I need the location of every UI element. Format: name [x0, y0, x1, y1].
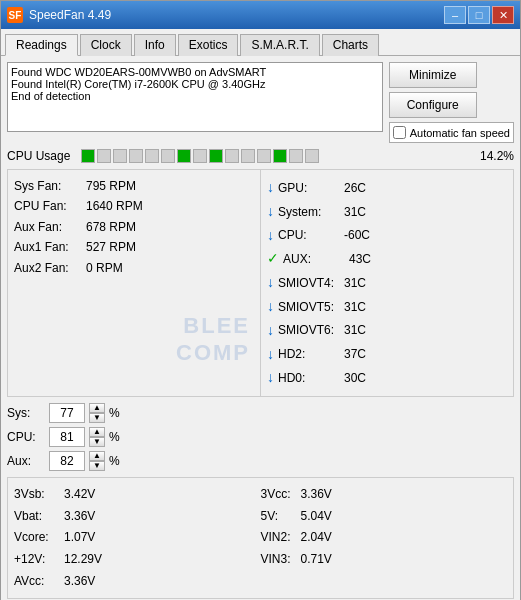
arrow-down-icon: ↓ — [267, 366, 274, 390]
spinner-buttons-1: ▲ ▼ — [89, 427, 105, 447]
cpu-bar-11 — [257, 149, 271, 163]
close-window-button[interactable]: ✕ — [492, 6, 514, 24]
temp-value-7: 37C — [344, 344, 366, 364]
volt-left-value-3: 12.29V — [64, 552, 102, 566]
volt-left-value-0: 3.42V — [64, 487, 95, 501]
side-controls: Minimize Configure Automatic fan speed — [389, 62, 514, 143]
arrow-down-icon: ↓ — [267, 200, 274, 224]
voltage-left: 3Vsb:3.42VVbat:3.36VVcore:1.07V+12V:12.2… — [14, 484, 261, 592]
cpu-bar-1 — [97, 149, 111, 163]
fan-label-4: Aux2 Fan: — [14, 258, 86, 278]
cpu-bar-12 — [273, 149, 287, 163]
spinner-buttons-0: ▲ ▼ — [89, 403, 105, 423]
minimize-button[interactable]: Minimize — [389, 62, 477, 88]
volt-left-row-1: Vbat:3.36V — [14, 506, 261, 528]
auto-fan-speed-checkbox-row: Automatic fan speed — [389, 122, 514, 143]
volt-left-value-2: 1.07V — [64, 530, 95, 544]
cpu-bars — [81, 149, 472, 163]
temp-row-8: ↓HD0:30C — [267, 366, 507, 390]
tab-info[interactable]: Info — [134, 34, 176, 56]
spinner-down-0[interactable]: ▼ — [89, 413, 105, 423]
arrow-down-icon: ↓ — [267, 343, 274, 367]
fan-row-4: Aux2 Fan:0 RPM — [14, 258, 254, 278]
temp-row-7: ↓HD2:37C — [267, 343, 507, 367]
spinner-down-1[interactable]: ▼ — [89, 437, 105, 447]
cpu-usage-row: CPU Usage 14.2% — [7, 149, 514, 163]
temp-label-4: SMIOVT4: — [278, 273, 340, 293]
spinner-input-0[interactable] — [49, 403, 85, 423]
spinner-row-0: Sys: ▲ ▼ % — [7, 403, 514, 423]
auto-fan-speed-checkbox[interactable] — [393, 126, 406, 139]
fan-value-0: 795 RPM — [86, 179, 136, 193]
temp-label-7: HD2: — [278, 344, 340, 364]
tab-readings[interactable]: Readings — [5, 34, 78, 56]
volt-right-value-1: 5.04V — [301, 509, 332, 523]
cpu-bar-3 — [129, 149, 143, 163]
auto-fan-speed-label: Automatic fan speed — [410, 127, 510, 139]
spinner-unit-1: % — [109, 430, 120, 444]
log-content: Found WDC WD20EARS-00MVWB0 on AdvSMART F… — [11, 66, 363, 102]
tab-clock[interactable]: Clock — [80, 34, 132, 56]
spinner-row-2: Aux: ▲ ▼ % — [7, 451, 514, 471]
app-icon: SF — [7, 7, 23, 23]
voltage-section: 3Vsb:3.42VVbat:3.36VVcore:1.07V+12V:12.2… — [7, 477, 514, 599]
volt-left-label-0: 3Vsb: — [14, 484, 64, 506]
temp-value-5: 31C — [344, 297, 366, 317]
fan-panel: BLEE COMP Sys Fan:795 RPMCPU Fan:1640 RP… — [8, 170, 260, 396]
tab-charts[interactable]: Charts — [322, 34, 379, 56]
minimize-window-button[interactable]: – — [444, 6, 466, 24]
top-section: Found WDC WD20EARS-00MVWB0 on AdvSMART F… — [7, 62, 514, 143]
fan-label-3: Aux1 Fan: — [14, 237, 86, 257]
tab-smart[interactable]: S.M.A.R.T. — [240, 34, 319, 56]
arrow-down-icon: ↓ — [267, 176, 274, 200]
temp-row-6: ↓SMIOVT6:31C — [267, 319, 507, 343]
cpu-bar-4 — [145, 149, 159, 163]
spinner-up-0[interactable]: ▲ — [89, 403, 105, 413]
cpu-bar-0 — [81, 149, 95, 163]
spinner-unit-0: % — [109, 406, 120, 420]
temp-value-8: 30C — [344, 368, 366, 388]
temp-value-1: 31C — [344, 202, 366, 222]
spinner-label-0: Sys: — [7, 406, 45, 420]
spinner-input-1[interactable] — [49, 427, 85, 447]
fan-label-1: CPU Fan: — [14, 196, 86, 216]
temp-value-2: -60C — [344, 225, 370, 245]
spinner-up-2[interactable]: ▲ — [89, 451, 105, 461]
temp-value-0: 26C — [344, 178, 366, 198]
spinner-buttons-2: ▲ ▼ — [89, 451, 105, 471]
temp-row-1: ↓System:31C — [267, 200, 507, 224]
log-line-1: Found WDC WD20EARS-00MVWB0 on AdvSMART — [11, 66, 363, 78]
temp-value-3: 43C — [349, 249, 371, 269]
volt-right-row-1: 5V:5.04V — [261, 506, 508, 528]
spinner-up-1[interactable]: ▲ — [89, 427, 105, 437]
fan-label-2: Aux Fan: — [14, 217, 86, 237]
configure-button[interactable]: Configure — [389, 92, 477, 118]
temp-label-5: SMIOVT5: — [278, 297, 340, 317]
fan-row-2: Aux Fan:678 RPM — [14, 217, 254, 237]
spinner-input-2[interactable] — [49, 451, 85, 471]
cpu-usage-percentage: 14.2% — [478, 149, 514, 163]
temp-row-0: ↓GPU:26C — [267, 176, 507, 200]
cpu-bar-8 — [209, 149, 223, 163]
temp-value-4: 31C — [344, 273, 366, 293]
log-box[interactable]: Found WDC WD20EARS-00MVWB0 on AdvSMART F… — [7, 62, 383, 132]
arrow-down-icon: ↓ — [267, 271, 274, 295]
main-section: BLEE COMP Sys Fan:795 RPMCPU Fan:1640 RP… — [7, 169, 514, 397]
volt-right-label-2: VIN2: — [261, 527, 301, 549]
volt-right-row-0: 3Vcc:3.36V — [261, 484, 508, 506]
temp-panel: ↓GPU:26C↓System:31C↓CPU:-60C✓AUX:43C↓SMI… — [260, 170, 513, 396]
cpu-bar-10 — [241, 149, 255, 163]
cpu-bar-6 — [177, 149, 191, 163]
title-bar-buttons: – □ ✕ — [444, 6, 514, 24]
fan-value-3: 527 RPM — [86, 240, 136, 254]
volt-left-row-2: Vcore:1.07V — [14, 527, 261, 549]
spinner-row-1: CPU: ▲ ▼ % — [7, 427, 514, 447]
tab-exotics[interactable]: Exotics — [178, 34, 239, 56]
spinner-down-2[interactable]: ▼ — [89, 461, 105, 471]
temp-label-3: AUX: — [283, 249, 345, 269]
temp-row-3: ✓AUX:43C — [267, 247, 507, 271]
volt-left-row-4: AVcc:3.36V — [14, 571, 261, 593]
spinner-section: Sys: ▲ ▼ % CPU: ▲ ▼ % Aux: ▲ ▼ % — [7, 403, 514, 471]
volt-left-value-1: 3.36V — [64, 509, 95, 523]
maximize-window-button[interactable]: □ — [468, 6, 490, 24]
